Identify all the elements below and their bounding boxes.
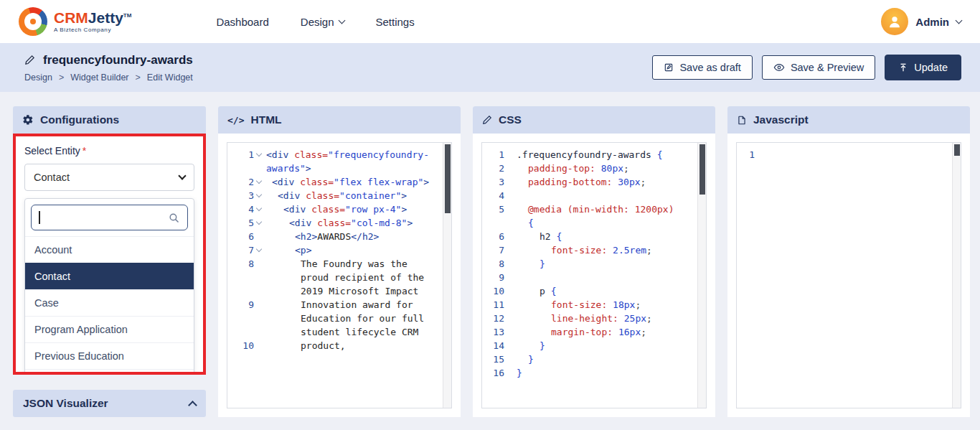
scrollbar[interactable] xyxy=(952,143,961,408)
entity-option-contact[interactable]: Contact xyxy=(25,263,194,289)
code-line[interactable]: 9 xyxy=(482,271,694,284)
line-number: 6 xyxy=(482,230,517,243)
fold-toggle-icon[interactable] xyxy=(254,202,263,216)
user-menu[interactable]: Admin xyxy=(881,8,961,35)
gear-icon xyxy=(22,114,34,126)
json-visualizer-toggle[interactable]: JSON Visualizer xyxy=(13,390,206,417)
fold-toggle-icon[interactable] xyxy=(254,189,263,202)
eye-icon xyxy=(773,62,785,73)
scrollbar-thumb[interactable] xyxy=(445,144,451,213)
nav-item-dashboard[interactable]: Dashboard xyxy=(216,16,268,28)
fold-spacer xyxy=(504,271,514,284)
code-line[interactable]: 6h2 { xyxy=(482,230,694,243)
save-as-draft-button[interactable]: Save as draft xyxy=(652,55,752,80)
line-number: 11 xyxy=(482,298,517,312)
chevron-down-icon xyxy=(338,17,345,24)
page-title: frequencyfoundry-awards xyxy=(43,53,193,67)
edit-title-icon[interactable] xyxy=(24,55,35,65)
code-line[interactable]: 3padding-bottom: 30px; xyxy=(482,175,694,189)
scrollbar[interactable] xyxy=(443,143,451,408)
code-line[interactable]: 8The Foundry was the proud recipient of … xyxy=(227,257,440,298)
trademark: TM xyxy=(123,12,132,19)
entity-option-program-application[interactable]: Program Application xyxy=(25,316,194,342)
code-line[interactable]: 10product, xyxy=(227,339,440,352)
fold-spacer xyxy=(254,298,263,312)
css-code-editor[interactable]: 1.frequencyfoundry-awards {2padding-top:… xyxy=(481,142,707,408)
update-button[interactable]: Update xyxy=(885,55,961,80)
fold-spacer xyxy=(504,352,514,366)
configurations-title: Configurations xyxy=(40,113,119,126)
chevron-down-icon xyxy=(178,172,186,179)
code-line[interactable]: 3<div class="container"> xyxy=(227,189,440,202)
code-line[interactable]: 4 xyxy=(482,189,694,202)
entity-option-program-transcript[interactable]: Program Transcript xyxy=(25,369,194,375)
fold-spacer xyxy=(504,257,514,271)
fold-spacer xyxy=(504,189,514,202)
entity-search-input[interactable] xyxy=(43,212,166,223)
javascript-code-editor[interactable]: 1 xyxy=(736,142,961,408)
line-number: 1 xyxy=(227,148,266,162)
fold-spacer xyxy=(504,298,514,312)
scrollbar-thumb[interactable] xyxy=(954,144,960,156)
code-line[interactable]: 9Innovation award for Education for our … xyxy=(227,298,440,339)
fold-toggle-icon[interactable] xyxy=(254,216,263,230)
line-number: 10 xyxy=(482,284,517,298)
javascript-panel: Javascript 1 xyxy=(727,106,970,417)
entity-select[interactable]: Contact xyxy=(24,164,194,191)
html-code-editor[interactable]: 1<div class="frequencyfoundry-awards">2<… xyxy=(227,142,452,408)
fold-spacer xyxy=(504,312,514,325)
main-content: Configurations Select Entity* Contact xyxy=(0,92,980,430)
avatar xyxy=(881,8,908,35)
fold-spacer xyxy=(504,339,514,352)
scrollbar-thumb[interactable] xyxy=(699,144,705,195)
line-number: 2 xyxy=(227,175,266,189)
code-line[interactable]: 14} xyxy=(482,339,694,352)
code-line[interactable]: 1 xyxy=(737,148,949,162)
crmjetty-logo[interactable]: CRMJettyTM A Biztech Company xyxy=(19,7,131,36)
configurations-header: Configurations xyxy=(13,106,206,134)
nav-item-design[interactable]: Design xyxy=(301,16,344,28)
entity-option-case[interactable]: Case xyxy=(25,289,194,316)
breadcrumb-item[interactable]: Widget Builder xyxy=(70,73,128,83)
code-line[interactable]: 1.frequencyfoundry-awards { xyxy=(482,148,694,162)
code-line[interactable]: 5@media (min-width: 1200px) { xyxy=(482,202,694,230)
json-visualizer-label: JSON Visualizer xyxy=(23,397,108,410)
code-line[interactable]: 4<div class="row px-4"> xyxy=(227,202,440,216)
fold-toggle-icon[interactable] xyxy=(254,243,263,257)
fold-toggle-icon[interactable] xyxy=(254,175,263,189)
code-line[interactable]: 1<div class="frequencyfoundry-awards"> xyxy=(227,148,440,175)
nav-item-settings[interactable]: Settings xyxy=(376,16,415,28)
code-line[interactable]: 6<h2>AWARDS</h2> xyxy=(227,230,440,243)
javascript-file-icon xyxy=(737,115,747,126)
code-line[interactable]: 8} xyxy=(482,257,694,271)
code-line[interactable]: 16} xyxy=(482,366,694,380)
code-line[interactable]: 7font-size: 2.5rem; xyxy=(482,243,694,257)
entity-search-box[interactable] xyxy=(31,205,188,230)
fold-spacer xyxy=(504,366,514,380)
code-line[interactable]: 2padding-top: 80px; xyxy=(482,162,694,175)
line-number: 7 xyxy=(482,243,517,257)
entity-option-account[interactable]: Account xyxy=(25,236,194,263)
code-line[interactable]: 13margin-top: 16px; xyxy=(482,325,694,339)
breadcrumb-separator: > xyxy=(59,73,64,83)
line-number: 16 xyxy=(482,366,517,380)
line-number: 14 xyxy=(482,339,517,352)
breadcrumb-item[interactable]: Design xyxy=(24,73,52,83)
code-line[interactable]: 5<div class="col-md-8"> xyxy=(227,216,440,230)
fold-spacer xyxy=(504,175,514,189)
javascript-panel-header: Javascript xyxy=(727,106,970,134)
line-number: 7 xyxy=(227,243,266,257)
code-line[interactable]: 7<p> xyxy=(227,243,440,257)
entity-option-previous-education[interactable]: Previous Education xyxy=(25,342,194,369)
code-line[interactable]: 2<div class="flex flex-wrap"> xyxy=(227,175,440,189)
code-line[interactable]: 12line-height: 25px; xyxy=(482,312,694,325)
annotation-highlight: Select Entity* Contact AccountContactCas xyxy=(13,134,206,375)
entity-options: AccountContactCaseProgram ApplicationPre… xyxy=(25,236,194,375)
code-line[interactable]: 11font-size: 18px; xyxy=(482,298,694,312)
line-number: 10 xyxy=(227,339,266,352)
save-and-preview-button[interactable]: Save & Preview xyxy=(762,55,875,80)
scrollbar[interactable] xyxy=(697,143,706,408)
fold-toggle-icon[interactable] xyxy=(254,148,263,162)
code-line[interactable]: 10p { xyxy=(482,284,694,298)
code-line[interactable]: 15} xyxy=(482,352,694,366)
